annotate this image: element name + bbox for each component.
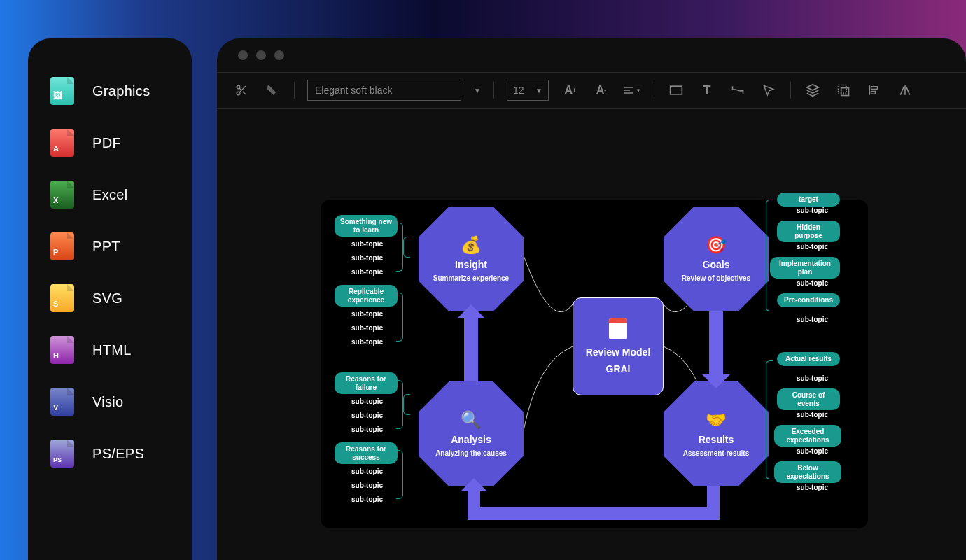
- align-left-icon[interactable]: [865, 81, 883, 99]
- node-goals[interactable]: 🎯 Goals Review of objectives: [664, 206, 769, 312]
- sidebar-item-pdf[interactable]: A PDF: [43, 117, 176, 169]
- node-analysis[interactable]: 🔍 Analysis Analyzing the causes: [419, 382, 524, 486]
- arrow-up: [464, 313, 478, 382]
- svg-line-4: [239, 88, 241, 90]
- excel-icon: X: [49, 181, 76, 208]
- center-subtitle: GRAI: [606, 363, 631, 374]
- node-insight[interactable]: 💰 Insight Summarize experience: [419, 206, 524, 312]
- subtopic[interactable]: sub-topic: [351, 324, 383, 332]
- subtopic[interactable]: sub-topic: [351, 412, 383, 419]
- window-titlebar: [217, 38, 966, 72]
- branch-line: [403, 237, 410, 258]
- font-increase-icon[interactable]: A+: [561, 81, 580, 99]
- topic-pill[interactable]: Replicable experience: [335, 285, 398, 307]
- subtopic[interactable]: sub-topic: [797, 243, 828, 251]
- sidebar-item-label: PDF: [92, 135, 121, 151]
- subtopic[interactable]: sub-topic: [797, 374, 828, 382]
- center-title: Review Model: [586, 346, 651, 358]
- node-title: Analysis: [451, 434, 491, 445]
- editor-window: Elegant soft black ▼ 12 ▼ A+ A- ▼ T: [217, 38, 966, 560]
- sidebar-item-label: SVG: [92, 290, 122, 307]
- chevron-down-icon: ▼: [536, 87, 542, 94]
- arrow-bottom: [707, 486, 720, 520]
- sidebar-item-label: Graphics: [92, 83, 150, 99]
- subtopic[interactable]: sub-topic: [797, 447, 828, 455]
- subtopic[interactable]: sub-topic: [351, 398, 383, 405]
- topic-pill[interactable]: Actual results: [777, 352, 840, 366]
- traffic-light-close[interactable]: [238, 50, 248, 60]
- svg-rect-14: [871, 92, 875, 94]
- topic-pill[interactable]: Course of events: [777, 388, 840, 410]
- node-results[interactable]: 🤝 Results Assessment results: [664, 382, 769, 486]
- traffic-light-maximize[interactable]: [274, 50, 284, 60]
- ps-eps-icon: PS: [49, 440, 76, 467]
- group-icon[interactable]: [834, 81, 853, 99]
- font-size-value: 12: [513, 85, 524, 96]
- arrow-down: [709, 312, 723, 380]
- font-decrease-icon[interactable]: A-: [592, 81, 610, 99]
- subtopic[interactable]: sub-topic: [797, 279, 828, 287]
- align-icon[interactable]: ▼: [623, 81, 641, 99]
- sidebar-item-ps-eps[interactable]: PS PS/EPS: [43, 428, 176, 479]
- font-size-selector[interactable]: 12 ▼: [507, 80, 549, 101]
- sidebar-item-svg[interactable]: S SVG: [43, 272, 176, 324]
- subtopic[interactable]: sub-topic: [351, 496, 383, 503]
- topic-pill[interactable]: Reasons for failure: [335, 372, 398, 394]
- format-painter-icon[interactable]: [263, 81, 281, 99]
- sidebar-item-ppt[interactable]: P PPT: [43, 220, 176, 272]
- text-icon[interactable]: T: [698, 81, 716, 99]
- svg-point-1: [237, 92, 240, 95]
- subtopic[interactable]: sub-topic: [351, 240, 383, 248]
- arrow-head-icon: [461, 478, 486, 491]
- connector-icon[interactable]: [729, 81, 747, 99]
- topic-pill[interactable]: Reasons for success: [335, 442, 398, 464]
- arrow-bottom: [468, 507, 720, 520]
- mirror-icon[interactable]: [896, 81, 914, 99]
- branch-line: [396, 293, 403, 342]
- subtopic[interactable]: sub-topic: [351, 310, 383, 318]
- svg-rect-10: [838, 85, 846, 94]
- diagram-canvas[interactable]: Review Model GRAI 💰 Insight Summarize ex…: [321, 200, 868, 528]
- node-subtitle: Analyzing the causes: [435, 449, 507, 458]
- subtopic[interactable]: sub-topic: [797, 484, 828, 491]
- center-node[interactable]: Review Model GRAI: [573, 298, 664, 396]
- chevron-down-icon[interactable]: ▼: [474, 87, 481, 94]
- cut-icon[interactable]: [232, 81, 251, 99]
- subtopic[interactable]: sub-topic: [351, 268, 383, 276]
- shape-icon[interactable]: [667, 81, 685, 99]
- topic-pill[interactable]: Below expectations: [774, 461, 841, 483]
- subtopic[interactable]: sub-topic: [351, 338, 383, 346]
- subtopic[interactable]: sub-topic: [797, 206, 828, 214]
- sidebar-item-html[interactable]: H HTML: [43, 324, 176, 376]
- svg-point-0: [237, 85, 240, 89]
- subtopic[interactable]: sub-topic: [351, 426, 383, 433]
- separator: [493, 82, 494, 99]
- sidebar-item-graphics[interactable]: 🖼 Graphics: [43, 65, 176, 117]
- sidebar-item-label: HTML: [92, 342, 132, 358]
- cursor-icon[interactable]: [760, 81, 778, 99]
- theme-selector[interactable]: Elegant soft black: [307, 80, 461, 101]
- arrow-head-icon: [702, 374, 730, 388]
- subtopic[interactable]: sub-topic: [351, 482, 383, 489]
- subtopic[interactable]: sub-topic: [351, 468, 383, 475]
- subtopic[interactable]: sub-topic: [797, 316, 828, 323]
- topic-pill[interactable]: Implementation plan: [770, 257, 840, 279]
- sidebar-item-visio[interactable]: V Visio: [43, 376, 176, 428]
- subtopic[interactable]: sub-topic: [351, 254, 383, 262]
- topic-pill[interactable]: Something new to learn: [335, 215, 398, 237]
- separator: [654, 82, 654, 99]
- topic-pill[interactable]: Pre-conditions: [777, 293, 840, 307]
- topic-pill[interactable]: Exceeded expectations: [774, 425, 841, 447]
- topic-pill[interactable]: target: [777, 192, 840, 206]
- subtopic[interactable]: sub-topic: [797, 411, 828, 419]
- sidebar-item-excel[interactable]: X Excel: [43, 169, 176, 220]
- layers-icon[interactable]: [804, 81, 822, 99]
- money-icon: 💰: [461, 235, 482, 255]
- sidebar-item-label: PPT: [92, 239, 120, 255]
- topic-pill[interactable]: Hidden purpose: [777, 220, 840, 242]
- sidebar-item-label: Excel: [92, 187, 127, 203]
- branch-line: [403, 394, 410, 415]
- branch-line: [396, 380, 403, 429]
- traffic-light-minimize[interactable]: [256, 50, 266, 60]
- branch-line: [396, 450, 403, 499]
